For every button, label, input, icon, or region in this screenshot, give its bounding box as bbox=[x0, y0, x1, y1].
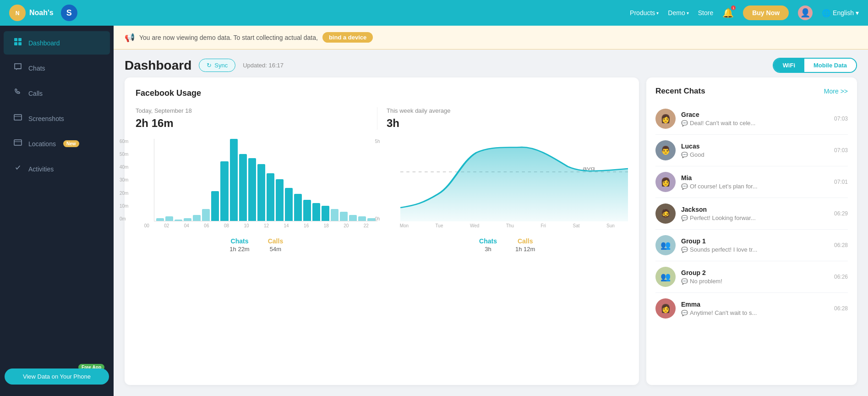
more-link[interactable]: More >> bbox=[824, 88, 848, 95]
chat-info: Mia 💬 Of course! Let's plan for... bbox=[681, 174, 829, 190]
lang-chevron-icon: ▾ bbox=[856, 9, 859, 16]
bar-item[interactable] bbox=[239, 154, 247, 221]
svg-rect-6 bbox=[14, 115, 22, 120]
sidebar-item-calls[interactable]: Calls bbox=[4, 82, 110, 105]
view-data-button[interactable]: View Data on Your Phone bbox=[5, 368, 109, 385]
bar-chart-legend: Chats 1h 22m Calls 54m bbox=[136, 237, 377, 253]
buy-now-button[interactable]: Buy Now bbox=[743, 6, 789, 20]
bar-item[interactable] bbox=[202, 209, 210, 221]
bar-item[interactable] bbox=[248, 158, 256, 221]
mobile-data-toggle-button[interactable]: Mobile Data bbox=[804, 59, 856, 72]
chat-list-item[interactable]: 👩 Grace 💬 Deal! Can't wait to cele... 07… bbox=[655, 103, 848, 135]
demo-nav[interactable]: Demo ▾ bbox=[668, 9, 688, 16]
message-icon: 💬 bbox=[681, 120, 688, 126]
bar-chart bbox=[154, 139, 377, 221]
sidebar-bottom: Free App View Data on Your Phone bbox=[0, 362, 114, 391]
chat-time: 06:28 bbox=[834, 305, 848, 312]
chat-name: Group 2 bbox=[681, 269, 829, 276]
chat-name: Grace bbox=[681, 111, 829, 118]
chat-name: Jackson bbox=[681, 206, 829, 213]
content-area: 📢 You are now viewing demo data. To star… bbox=[114, 26, 868, 396]
chat-list-item[interactable]: 👨 Lucas 💬 Good 07:03 bbox=[655, 135, 848, 166]
bar-item[interactable] bbox=[303, 200, 311, 221]
message-icon: 💬 bbox=[681, 183, 688, 190]
bar-item[interactable] bbox=[294, 194, 302, 221]
svg-rect-5 bbox=[18, 42, 22, 45]
bar-item[interactable] bbox=[165, 216, 173, 221]
line-x-label: Sun bbox=[606, 223, 615, 228]
bar-item[interactable] bbox=[331, 209, 338, 221]
chat-info: Jackson 💬 Perfect! Looking forwar... bbox=[681, 206, 829, 221]
sidebar-item-chats[interactable]: Chats bbox=[4, 56, 110, 80]
line-chart-legend: Chats 3h Calls 1h 12m bbox=[387, 237, 628, 253]
chat-preview: 💬 Deal! Can't wait to cele... bbox=[681, 120, 829, 126]
bar-item[interactable] bbox=[184, 218, 191, 221]
bar-item[interactable] bbox=[211, 191, 219, 221]
bar-item[interactable] bbox=[349, 215, 357, 221]
bar-item[interactable] bbox=[230, 139, 238, 221]
bar-item[interactable] bbox=[175, 220, 182, 221]
chat-list-item[interactable]: 👥 Group 2 💬 No problem! 06:26 bbox=[655, 261, 848, 293]
dashboard-icon bbox=[13, 38, 23, 48]
bar-x-label: 18 bbox=[317, 223, 336, 228]
chat-time: 07:03 bbox=[834, 147, 848, 154]
bar-item[interactable] bbox=[276, 179, 284, 221]
chat-list-item[interactable]: 🧔 Jackson 💬 Perfect! Looking forwar... 0… bbox=[655, 198, 848, 230]
charts-container: 60m50m40m30m20m10m0m 0002040608101214161… bbox=[136, 139, 628, 253]
chat-info: Grace 💬 Deal! Can't wait to cele... bbox=[681, 111, 829, 126]
chat-preview: 💬 Anytime! Can't wait to s... bbox=[681, 309, 829, 316]
recent-chats-panel: Recent Chats More >> 👩 Grace 💬 Deal! Can… bbox=[646, 77, 857, 385]
message-icon: 💬 bbox=[681, 278, 688, 285]
chat-avatar: 👨 bbox=[655, 140, 676, 160]
usage-stats: Today, September 18 2h 16m This week dai… bbox=[136, 107, 628, 130]
main-layout: Dashboard Chats Calls Screenshots Locati bbox=[0, 26, 868, 396]
bar-item[interactable] bbox=[358, 216, 366, 221]
chat-list-item[interactable]: 👩 Mia 💬 Of course! Let's plan for... 07:… bbox=[655, 166, 848, 198]
bar-item[interactable] bbox=[156, 218, 164, 221]
svg-text:N: N bbox=[16, 10, 20, 16]
bar-chart-section: 60m50m40m30m20m10m0m 0002040608101214161… bbox=[136, 139, 377, 253]
chat-name: Mia bbox=[681, 174, 829, 182]
bind-device-button[interactable]: bind a device bbox=[322, 32, 373, 43]
calls-icon bbox=[13, 88, 23, 99]
chat-avatar: 👥 bbox=[655, 267, 676, 287]
bar-item[interactable] bbox=[312, 203, 320, 221]
bar-item[interactable] bbox=[367, 218, 375, 221]
wifi-toggle-button[interactable]: WiFi bbox=[774, 59, 804, 72]
logo-name: Noah's bbox=[29, 9, 54, 17]
svg-rect-4 bbox=[14, 42, 17, 45]
bar-item[interactable] bbox=[267, 173, 274, 221]
bar-item[interactable] bbox=[285, 188, 293, 221]
top-nav: N Noah's S Products ▾ Demo ▾ Store 🔔 1 B… bbox=[0, 0, 868, 26]
language-selector[interactable]: 🌐 English ▾ bbox=[822, 9, 859, 17]
bar-chart-y-axis: 60m50m40m30m20m10m0m bbox=[120, 139, 128, 221]
line-chart: avg bbox=[400, 139, 628, 221]
chat-list-item[interactable]: 👩 Emma 💬 Anytime! Can't wait to s... 06:… bbox=[655, 293, 848, 324]
bar-item[interactable] bbox=[322, 206, 329, 221]
sidebar-item-screenshots[interactable]: Screenshots bbox=[4, 107, 110, 130]
chat-preview: 💬 Of course! Let's plan for... bbox=[681, 183, 829, 190]
user-avatar[interactable]: 👤 bbox=[798, 6, 813, 20]
store-nav[interactable]: Store bbox=[698, 9, 713, 16]
bar-item[interactable] bbox=[220, 161, 228, 221]
notification-icon[interactable]: 🔔 1 bbox=[722, 7, 734, 18]
chat-preview: 💬 Sounds perfect! I love tr... bbox=[681, 246, 829, 253]
bar-item[interactable] bbox=[257, 164, 265, 221]
line-x-label: Thu bbox=[506, 223, 514, 228]
sidebar-item-dashboard[interactable]: Dashboard bbox=[4, 31, 110, 55]
chat-info: Emma 💬 Anytime! Can't wait to s... bbox=[681, 301, 829, 316]
sidebar-item-locations[interactable]: Locations New bbox=[4, 132, 110, 155]
sync-button[interactable]: ↻ Sync bbox=[199, 59, 235, 72]
bar-item[interactable] bbox=[193, 215, 201, 221]
chat-time: 07:01 bbox=[834, 179, 848, 185]
sidebar-item-activities[interactable]: Activities bbox=[4, 157, 110, 181]
chat-time: 06:26 bbox=[834, 274, 848, 280]
bar-item[interactable] bbox=[340, 212, 348, 221]
dashboard-body: Facebook Usage Today, September 18 2h 16… bbox=[114, 77, 868, 396]
products-nav[interactable]: Products ▾ bbox=[630, 9, 659, 16]
bar-x-label: 22 bbox=[357, 223, 376, 228]
products-chevron-icon: ▾ bbox=[656, 11, 659, 16]
message-icon: 💬 bbox=[681, 310, 688, 316]
chat-list-item[interactable]: 👥 Group 1 💬 Sounds perfect! I love tr...… bbox=[655, 230, 848, 261]
chat-preview: 💬 Perfect! Looking forwar... bbox=[681, 214, 829, 221]
